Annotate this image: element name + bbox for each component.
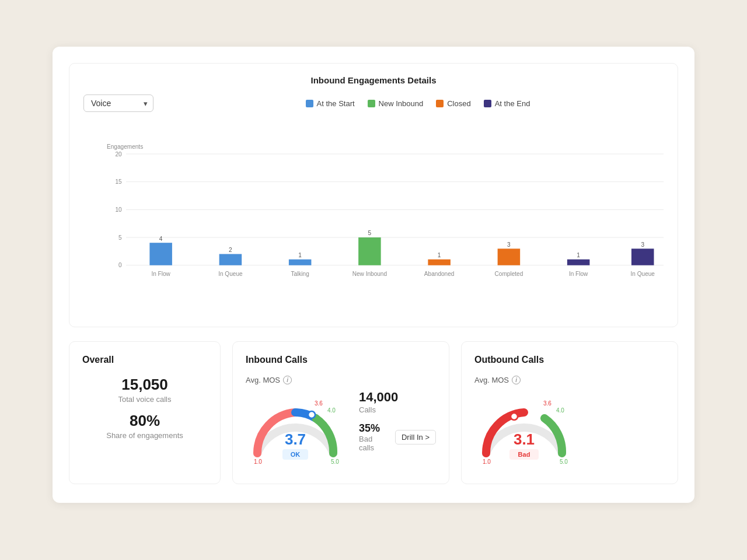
svg-text:5: 5 [368, 230, 372, 236]
svg-point-27 [308, 411, 315, 418]
bar-inflow-start [149, 243, 172, 265]
outbound-gauge-section: Avg. MOS i [474, 376, 574, 471]
legend-item-closed: Closed [436, 99, 470, 108]
svg-text:Abandoned: Abandoned [424, 271, 455, 277]
bar-inqueue-end [631, 249, 654, 265]
legend: At the Start New Inbound Closed At the E… [172, 99, 664, 108]
legend-dot-closed [436, 100, 444, 107]
legend-dot-start [306, 100, 313, 107]
voice-dropdown[interactable]: Voice Chat Email [83, 94, 153, 112]
chart-area: Engagements 20 15 10 5 0 4 In Flow [107, 119, 664, 317]
inbound-calls-label: Calls [359, 405, 436, 414]
overall-share-label: Share of engagements [82, 431, 207, 440]
svg-text:5.0: 5.0 [560, 459, 568, 465]
svg-text:Talking: Talking [291, 271, 309, 277]
svg-text:20: 20 [115, 151, 122, 158]
chart-controls: Voice Chat Email At the Start New Inboun… [83, 94, 664, 112]
svg-text:3.6: 3.6 [315, 400, 323, 407]
inbound-bad-group: 35% Bad calls [359, 422, 389, 452]
legend-label-newinbound: New Inbound [379, 99, 424, 108]
outbound-card: Outbound Calls Avg. MOS i [461, 341, 678, 484]
outbound-gauge-wrap: 1.0 3.6 4.0 5.0 3.1 Bad [474, 389, 574, 471]
cards-row: Overall 15,050 Total voice calls 80% Sha… [69, 341, 678, 484]
svg-text:3.7: 3.7 [285, 430, 306, 448]
legend-dot-newinbound [368, 100, 375, 107]
svg-text:Bad: Bad [518, 451, 530, 458]
inbound-stats: 14,000 Calls 35% Bad calls Drill In > [359, 376, 436, 452]
legend-label-closed: Closed [447, 99, 470, 108]
legend-label-start: At the Start [317, 99, 355, 108]
outbound-inner: Avg. MOS i [474, 376, 665, 471]
bar-completed [498, 249, 521, 265]
svg-text:15: 15 [115, 178, 122, 185]
outbound-gauge-svg: 1.0 3.6 4.0 5.0 3.1 Bad [474, 389, 574, 465]
svg-text:10: 10 [115, 206, 122, 213]
inbound-avg-mos-label: Avg. MOS i [246, 376, 292, 384]
inbound-bad-pct: 35% [359, 422, 380, 434]
svg-text:0: 0 [118, 262, 122, 268]
legend-item-start: At the Start [306, 99, 355, 108]
svg-text:2: 2 [229, 247, 232, 253]
inbound-info-icon: i [283, 376, 292, 384]
outbound-title: Outbound Calls [474, 355, 665, 365]
svg-text:Engagements: Engagements [107, 144, 143, 150]
svg-text:4.0: 4.0 [327, 407, 336, 414]
inbound-bad-row: 35% Bad calls Drill In > [359, 422, 436, 452]
chart-svg: Engagements 20 15 10 5 0 4 In Flow [107, 119, 664, 317]
outbound-info-icon: i [512, 376, 521, 384]
outbound-avg-mos-label: Avg. MOS i [474, 376, 521, 384]
svg-text:1: 1 [438, 252, 441, 258]
voice-select-wrap: Voice Chat Email [83, 94, 153, 112]
svg-text:1: 1 [298, 252, 302, 258]
inbound-title: Inbound Calls [246, 355, 436, 365]
svg-point-35 [511, 413, 518, 420]
svg-text:In Queue: In Queue [630, 271, 655, 277]
svg-text:Completed: Completed [495, 271, 523, 277]
inbound-calls-stat: 14,000 Calls [359, 390, 436, 414]
inbound-calls-value: 14,000 [359, 390, 436, 405]
svg-text:3.6: 3.6 [543, 400, 551, 407]
inbound-avg-mos-text: Avg. MOS [246, 376, 280, 384]
inbound-gauge-section: Avg. MOS i [246, 376, 345, 471]
svg-text:5: 5 [118, 235, 122, 241]
inbound-gauge-svg: 1.0 3.6 4.0 5.0 3.7 OK [246, 389, 345, 465]
svg-text:1.0: 1.0 [254, 459, 262, 465]
inbound-inner: Avg. MOS i [246, 376, 436, 471]
svg-text:5.0: 5.0 [331, 459, 339, 465]
svg-text:New Inbound: New Inbound [352, 271, 387, 277]
svg-text:In Flow: In Flow [569, 271, 588, 277]
legend-label-end: At the End [495, 99, 530, 108]
svg-text:OK: OK [291, 451, 301, 458]
chart-title: Inbound Engagements Details [83, 75, 664, 85]
svg-text:4: 4 [159, 236, 163, 242]
svg-text:1: 1 [577, 252, 580, 258]
bar-talking-start [289, 260, 312, 265]
inbound-card: Inbound Calls Avg. MOS i [232, 341, 449, 484]
bar-abandoned [428, 260, 451, 265]
inbound-bad-label: Bad calls [359, 435, 389, 452]
overall-share-pct: 80% [82, 412, 207, 430]
svg-text:3: 3 [507, 242, 511, 248]
overall-card: Overall 15,050 Total voice calls 80% Sha… [69, 341, 221, 484]
overall-total-label: Total voice calls [82, 395, 207, 404]
bar-inqueue-start [219, 254, 242, 265]
overall-total-stat: 15,050 Total voice calls [82, 376, 207, 404]
bar-newinbound [358, 237, 381, 265]
svg-text:1.0: 1.0 [483, 459, 491, 465]
svg-text:In Queue: In Queue [218, 271, 243, 277]
svg-text:3: 3 [641, 242, 644, 248]
overall-share-stat: 80% Share of engagements [82, 412, 207, 440]
svg-text:4.0: 4.0 [556, 407, 564, 414]
inbound-gauge-wrap: 1.0 3.6 4.0 5.0 3.7 OK [246, 389, 345, 471]
main-container: Inbound Engagements Details Voice Chat E… [53, 47, 694, 503]
inbound-drill-button[interactable]: Drill In > [395, 430, 436, 444]
chart-section: Inbound Engagements Details Voice Chat E… [69, 63, 678, 327]
svg-text:In Flow: In Flow [151, 271, 170, 277]
inbound-bad-stat: 35% Bad calls Drill In > [359, 421, 436, 452]
legend-item-newinbound: New Inbound [368, 99, 424, 108]
overall-title: Overall [82, 355, 207, 365]
outbound-avg-mos-text: Avg. MOS [474, 376, 509, 384]
overall-total-calls: 15,050 [82, 376, 207, 394]
legend-dot-end [484, 100, 491, 107]
svg-text:3.1: 3.1 [514, 430, 535, 448]
